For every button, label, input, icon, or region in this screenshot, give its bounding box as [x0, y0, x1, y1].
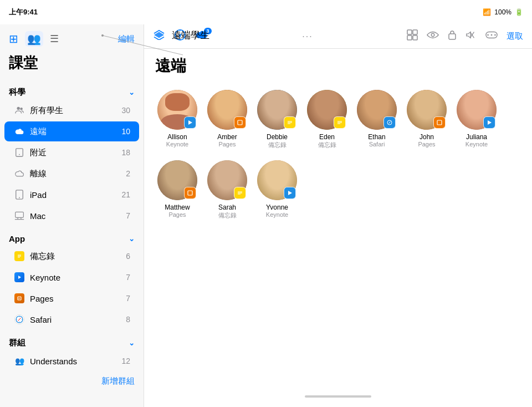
chevron-group-icon[interactable]: ⌄: [129, 339, 135, 347]
sidebar-item-ipad[interactable]: iPad 21: [4, 185, 139, 205]
svg-rect-22: [238, 120, 242, 125]
student-matthew[interactable]: Matthew Pages: [155, 160, 200, 220]
cloud-badge: 3: [204, 28, 212, 34]
student-john[interactable]: John Pages: [405, 90, 449, 149]
student-app-badge-john: [433, 116, 446, 129]
student-app-debbie: 備忘錄: [268, 141, 287, 149]
chevron-app-icon[interactable]: ⌄: [129, 235, 135, 243]
student-name-allison: Allison: [167, 133, 187, 141]
main-content: 3 ···: [144, 24, 532, 407]
svg-rect-2: [16, 149, 23, 156]
all-students-count: 30: [121, 106, 130, 115]
navigation-icon[interactable]: [174, 29, 186, 44]
select-button[interactable]: 選取: [507, 31, 523, 42]
sidebar-people-icon[interactable]: 👥: [25, 31, 43, 47]
main-toolbar: 3 ···: [144, 24, 532, 49]
svg-point-0: [17, 107, 20, 110]
battery-icon: 🔋: [515, 8, 523, 16]
more-options-icon[interactable]: [485, 29, 498, 43]
sidebar-item-offline[interactable]: 離線 2: [4, 164, 139, 184]
sidebar-item-pages[interactable]: Pages 7: [4, 288, 139, 308]
status-time: 上午9:41: [9, 7, 38, 17]
sidebar-toggle-icon[interactable]: ⊞: [9, 32, 18, 45]
sidebar-item-safari[interactable]: Safari 8: [4, 309, 139, 329]
student-name-yvonne: Yvonne: [266, 204, 288, 211]
student-app-badge-juliana: [483, 116, 495, 129]
nearby-icon: [13, 146, 25, 159]
svg-point-19: [494, 34, 496, 36]
section-group-label: 群組: [9, 338, 25, 348]
lock-icon[interactable]: [448, 29, 457, 43]
status-right: 📶 100% 🔋: [483, 8, 523, 16]
student-app-eden: 備忘錄: [318, 141, 336, 149]
mac-count: 7: [126, 211, 130, 220]
svg-rect-14: [413, 35, 417, 40]
student-avatar-wrapper-ethan: [357, 90, 397, 130]
student-app-john: Pages: [418, 141, 435, 147]
sidebar-item-keynote[interactable]: Keynote 7: [4, 267, 139, 287]
sidebar-edit-button[interactable]: 編輯: [118, 34, 135, 44]
student-amber[interactable]: Amber Pages: [205, 90, 249, 149]
student-ethan[interactable]: Ethan Safari: [355, 90, 399, 149]
ipad-icon: [13, 189, 25, 201]
add-group-button[interactable]: 新增群組: [0, 372, 144, 391]
svg-marker-27: [288, 191, 292, 195]
student-allison[interactable]: Allison Keynote: [155, 90, 200, 149]
eye-icon[interactable]: [427, 30, 439, 42]
toolbar-right: 選取: [407, 29, 523, 43]
ipad-count: 21: [121, 190, 130, 199]
section-header-group: 群組 ⌄: [0, 330, 144, 350]
sidebar-title: 課堂: [0, 51, 144, 79]
sidebar-list-icon[interactable]: ☰: [50, 33, 59, 45]
sidebar-item-remote[interactable]: 遠端 10: [4, 121, 139, 141]
battery-label: 100%: [494, 8, 511, 16]
svg-rect-16: [449, 34, 456, 39]
sidebar-item-nearby[interactable]: 附近 18: [4, 143, 139, 162]
student-sarah[interactable]: Sarah 備忘錄: [205, 160, 249, 220]
layers-icon[interactable]: [153, 30, 165, 43]
student-avatar-wrapper-debbie: [257, 90, 297, 130]
student-eden[interactable]: Eden 備忘錄: [305, 90, 349, 149]
student-juliana[interactable]: Juliana Keynote: [454, 90, 499, 149]
svg-point-17: [487, 34, 489, 36]
cloud-badge-icon[interactable]: 3: [195, 30, 208, 43]
sidebar-item-notes[interactable]: 備忘錄 6: [4, 246, 139, 266]
three-dots-menu[interactable]: ···: [302, 32, 313, 42]
student-avatar-wrapper-eden: [307, 90, 347, 130]
sidebar-item-all-students[interactable]: 所有學生 30: [4, 100, 139, 120]
student-app-sarah: 備忘錄: [218, 211, 237, 220]
student-debbie[interactable]: Debbie 備忘錄: [255, 90, 299, 149]
understands-icon: 👥: [13, 355, 25, 367]
home-indicator: [305, 395, 371, 398]
student-app-yvonne: Keynote: [266, 211, 288, 218]
student-app-juliana: Keynote: [466, 141, 488, 147]
sidebar-toolbar-icons: ⊞ 👥 ☰: [9, 31, 59, 47]
svg-marker-7: [18, 276, 21, 279]
student-yvonne[interactable]: Yvonne Keynote: [255, 160, 299, 220]
sidebar-item-mac[interactable]: Mac 7: [4, 206, 139, 226]
grid-view-icon[interactable]: [407, 29, 418, 43]
all-students-icon: [13, 104, 25, 116]
student-app-badge-yvonne: [284, 187, 296, 199]
student-name-eden: Eden: [319, 133, 335, 141]
mute-icon[interactable]: [466, 29, 477, 43]
bottom-bar: [144, 388, 532, 407]
student-avatar-wrapper-amber: [207, 90, 247, 130]
student-avatar-wrapper-yvonne: [257, 160, 297, 200]
keynote-count: 7: [126, 273, 130, 282]
offline-count: 2: [126, 169, 130, 178]
student-app-badge-ethan: [383, 116, 396, 129]
cloud-icon: [13, 125, 25, 138]
chevron-down-icon[interactable]: ⌄: [129, 88, 135, 96]
student-app-badge-sarah: [234, 187, 246, 199]
svg-rect-12: [413, 30, 417, 34]
students-grid: Allison Keynote Amber Pages: [144, 81, 532, 388]
mac-label: Mac: [30, 211, 126, 221]
section-header-science: 科學 ⌄: [0, 79, 144, 100]
svg-point-5: [19, 197, 20, 199]
pages-count: 7: [126, 294, 130, 303]
sidebar-item-understands[interactable]: 👥 Understands 12: [4, 351, 139, 371]
student-app-badge-allison: [184, 116, 196, 129]
student-app-allison: Keynote: [166, 141, 188, 147]
student-name-amber: Amber: [217, 133, 237, 141]
